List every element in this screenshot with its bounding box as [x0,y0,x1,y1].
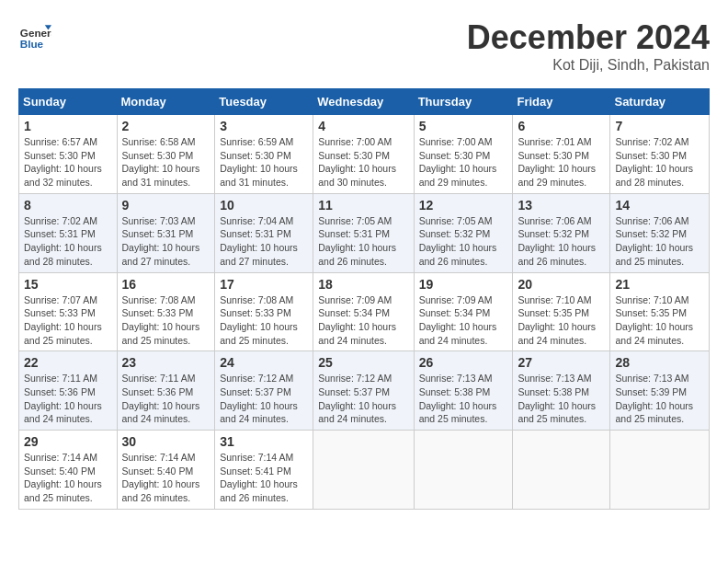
col-wednesday: Wednesday [313,89,414,115]
week-row: 8Sunrise: 7:02 AM Sunset: 5:31 PM Daylig… [19,193,710,272]
table-row: 24Sunrise: 7:12 AM Sunset: 5:37 PM Dayli… [215,351,313,431]
table-row: 13Sunrise: 7:06 AM Sunset: 5:32 PM Dayli… [513,193,610,272]
week-row: 15Sunrise: 7:07 AM Sunset: 5:33 PM Dayli… [19,272,710,351]
table-row: 22Sunrise: 7:11 AM Sunset: 5:36 PM Dayli… [19,351,118,431]
table-row: 12Sunrise: 7:05 AM Sunset: 5:32 PM Dayli… [414,193,513,272]
table-row: 7Sunrise: 7:02 AM Sunset: 5:30 PM Daylig… [610,115,710,194]
table-row: 28Sunrise: 7:13 AM Sunset: 5:39 PM Dayli… [610,351,710,431]
table-row: 5Sunrise: 7:00 AM Sunset: 5:30 PM Daylig… [414,115,513,194]
table-row [610,431,710,510]
table-row: 14Sunrise: 7:06 AM Sunset: 5:32 PM Dayli… [610,193,710,272]
col-saturday: Saturday [610,89,710,115]
col-monday: Monday [117,89,215,115]
col-tuesday: Tuesday [215,89,313,115]
table-row: 23Sunrise: 7:11 AM Sunset: 5:36 PM Dayli… [117,351,215,431]
week-row: 29Sunrise: 7:14 AM Sunset: 5:40 PM Dayli… [19,431,710,510]
table-row: 2Sunrise: 6:58 AM Sunset: 5:30 PM Daylig… [117,115,215,194]
table-row: 18Sunrise: 7:09 AM Sunset: 5:34 PM Dayli… [313,272,414,351]
table-row: 1Sunrise: 6:57 AM Sunset: 5:30 PM Daylig… [19,115,118,194]
table-row: 8Sunrise: 7:02 AM Sunset: 5:31 PM Daylig… [19,193,118,272]
table-row: 27Sunrise: 7:13 AM Sunset: 5:38 PM Dayli… [513,351,610,431]
table-row: 30Sunrise: 7:14 AM Sunset: 5:40 PM Dayli… [117,431,215,510]
logo-icon: General Blue [18,18,51,52]
table-row: 10Sunrise: 7:04 AM Sunset: 5:31 PM Dayli… [215,193,313,272]
table-row: 6Sunrise: 7:01 AM Sunset: 5:30 PM Daylig… [513,115,610,194]
title-block: December 2024 Kot Diji, Sindh, Pakistan [467,18,710,74]
table-row: 9Sunrise: 7:03 AM Sunset: 5:31 PM Daylig… [117,193,215,272]
calendar-table: Sunday Monday Tuesday Wednesday Thursday… [18,88,710,510]
svg-text:Blue: Blue [20,38,44,50]
table-row [513,431,610,510]
col-thursday: Thursday [414,89,513,115]
table-row: 3Sunrise: 6:59 AM Sunset: 5:30 PM Daylig… [215,115,313,194]
table-row: 15Sunrise: 7:07 AM Sunset: 5:33 PM Dayli… [19,272,118,351]
table-row: 21Sunrise: 7:10 AM Sunset: 5:35 PM Dayli… [610,272,710,351]
table-row: 26Sunrise: 7:13 AM Sunset: 5:38 PM Dayli… [414,351,513,431]
table-row: 4Sunrise: 7:00 AM Sunset: 5:30 PM Daylig… [313,115,414,194]
table-row: 11Sunrise: 7:05 AM Sunset: 5:31 PM Dayli… [313,193,414,272]
table-row: 20Sunrise: 7:10 AM Sunset: 5:35 PM Dayli… [513,272,610,351]
logo: General Blue [18,18,55,52]
week-row: 22Sunrise: 7:11 AM Sunset: 5:36 PM Dayli… [19,351,710,431]
header-row: Sunday Monday Tuesday Wednesday Thursday… [19,89,710,115]
svg-text:General: General [20,27,51,39]
page-header: General Blue December 2024 Kot Diji, Sin… [18,18,710,74]
month-title: December 2024 [467,18,710,57]
location-title: Kot Diji, Sindh, Pakistan [467,57,710,74]
table-row [414,431,513,510]
col-friday: Friday [513,89,610,115]
table-row: 29Sunrise: 7:14 AM Sunset: 5:40 PM Dayli… [19,431,118,510]
table-row: 31Sunrise: 7:14 AM Sunset: 5:41 PM Dayli… [215,431,313,510]
table-row [313,431,414,510]
table-row: 16Sunrise: 7:08 AM Sunset: 5:33 PM Dayli… [117,272,215,351]
table-row: 19Sunrise: 7:09 AM Sunset: 5:34 PM Dayli… [414,272,513,351]
table-row: 17Sunrise: 7:08 AM Sunset: 5:33 PM Dayli… [215,272,313,351]
col-sunday: Sunday [19,89,118,115]
table-row: 25Sunrise: 7:12 AM Sunset: 5:37 PM Dayli… [313,351,414,431]
week-row: 1Sunrise: 6:57 AM Sunset: 5:30 PM Daylig… [19,115,710,194]
